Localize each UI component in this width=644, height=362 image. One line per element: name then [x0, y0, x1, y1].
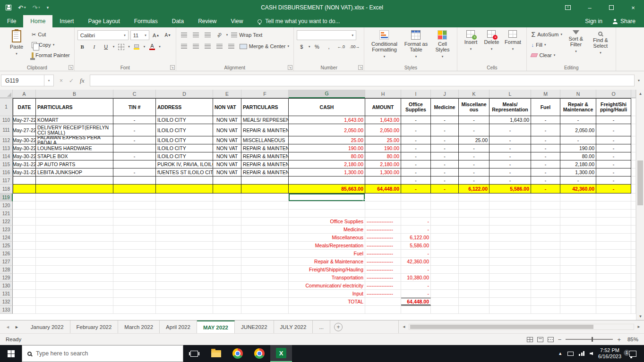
cell-B123[interactable] [36, 226, 113, 234]
delete-cells-button[interactable]: Delete▾ [481, 28, 502, 52]
cell-D129[interactable] [156, 274, 213, 282]
cell-I112[interactable]: - [401, 136, 431, 144]
cell-G129[interactable]: Transportation [289, 274, 365, 282]
cell-M110[interactable]: - [531, 116, 560, 124]
cell-L110[interactable]: 1,643.00 [489, 116, 531, 124]
cell-O127[interactable] [596, 258, 631, 266]
cell-L120[interactable] [489, 202, 531, 210]
scroll-down-button[interactable]: ▼ [636, 312, 644, 320]
conditional-formatting-button[interactable]: Conditional Formatting▾ [367, 28, 401, 59]
cell-I133[interactable] [401, 306, 431, 314]
cell-F115[interactable]: REPAIR & MAINTENAN [241, 160, 289, 168]
cell-C119[interactable] [113, 194, 156, 202]
cell-D1[interactable]: ADDRESS [156, 98, 213, 116]
cell-E123[interactable] [213, 226, 241, 234]
cell-K119[interactable] [459, 194, 489, 202]
cell-L114[interactable]: - [489, 152, 531, 160]
row-header-118[interactable]: 118 [0, 185, 13, 194]
page-layout-view-button[interactable] [537, 337, 543, 342]
cell-N118[interactable]: 42,360.00 [560, 185, 596, 194]
sheet-tab-june2022[interactable]: JUNE2022 [235, 320, 274, 333]
row-header-119[interactable]: 119 [0, 194, 13, 202]
cell-M132[interactable] [531, 298, 560, 306]
cell-B111[interactable]: DELIVERY RECEIPT(EFRELYN CCI SMALL) [36, 124, 113, 136]
cell-B126[interactable] [36, 250, 113, 258]
cell-O112[interactable]: - [596, 136, 631, 144]
cell-E127[interactable] [213, 258, 241, 266]
wrap-text-button[interactable]: Wrap Text [230, 30, 264, 40]
cell-E133[interactable] [213, 306, 241, 314]
cell-F118[interactable] [241, 185, 289, 194]
cell-J131[interactable] [431, 290, 459, 298]
cell-C1[interactable]: TIN # [113, 98, 156, 116]
cell-H1[interactable]: AMOUNT [365, 98, 401, 116]
cell-C111[interactable]: - [113, 124, 156, 136]
cell-M133[interactable] [531, 306, 560, 314]
cell-F127[interactable] [241, 258, 289, 266]
cell-F112[interactable]: MISCELLANEOUS [241, 136, 289, 144]
cell-A110[interactable]: May-27-22 [13, 116, 36, 124]
cell-E113[interactable]: NON VAT [213, 144, 241, 152]
cell-O120[interactable] [596, 202, 631, 210]
font-size-select[interactable]: 11▾ [130, 30, 149, 40]
cell-B122[interactable] [36, 218, 113, 226]
cell-F130[interactable] [241, 282, 289, 290]
save-button[interactable] [6, 5, 11, 10]
cell-E128[interactable] [213, 266, 241, 274]
cancel-formula-button[interactable]: × [60, 77, 63, 84]
autosum-button[interactable]: ΣAutoSum▾ [530, 30, 563, 39]
percent-style-button[interactable]: % [312, 42, 322, 51]
cell-B119[interactable] [36, 194, 113, 202]
comma-style-button[interactable]: , [324, 42, 334, 51]
cell-I119[interactable] [401, 194, 431, 202]
column-header-N[interactable]: N [560, 90, 596, 98]
cell-I115[interactable]: - [401, 160, 431, 168]
cell-F110[interactable]: MEALS/ REPRESENTAT [241, 116, 289, 124]
cell-E125[interactable] [213, 242, 241, 250]
cell-M126[interactable] [531, 250, 560, 258]
clear-button[interactable]: Clear▾ [530, 51, 563, 60]
cell-F131[interactable] [241, 290, 289, 298]
cell-G119[interactable] [289, 194, 365, 202]
alignment-dialog-launcher[interactable]: ↘ [288, 65, 292, 70]
cell-G111[interactable]: 2,050.00 [289, 124, 365, 136]
cell-F114[interactable]: REPAIR & MAINTENA [241, 152, 289, 160]
column-header-E[interactable]: E [213, 90, 241, 98]
cell-J118[interactable]: - [431, 185, 459, 194]
sheet-tab-january-2022[interactable]: January 2022 [25, 320, 70, 333]
sheet-nav-prev-button[interactable]: ◄ [6, 325, 10, 329]
increase-font-button[interactable]: A▲ [151, 31, 161, 40]
cell-F113[interactable]: REPAIR & MAINTENAN [241, 144, 289, 152]
ribbon-tab-review[interactable]: Review [191, 15, 223, 27]
cell-I132[interactable]: 64,448.00 [401, 298, 431, 306]
cell-K115[interactable]: - [459, 160, 489, 168]
cell-I122[interactable]: - [401, 218, 431, 226]
cell-B129[interactable] [36, 274, 113, 282]
cell-A123[interactable] [13, 226, 36, 234]
cell-N122[interactable] [560, 218, 596, 226]
cell-J115[interactable]: - [431, 160, 459, 168]
cell-E111[interactable]: NON VAT [213, 124, 241, 136]
cell-J113[interactable]: - [431, 144, 459, 152]
sheet-tab-april-2022[interactable]: April 2022 [160, 320, 197, 333]
decrease-indent-button[interactable] [215, 42, 224, 51]
cell-N129[interactable] [560, 274, 596, 282]
new-sheet-button[interactable]: + [334, 323, 343, 331]
cell-B130[interactable] [36, 282, 113, 290]
cell-J121[interactable] [431, 210, 459, 218]
cell-M131[interactable] [531, 290, 560, 298]
cell-I117[interactable]: - [401, 177, 431, 185]
sort-filter-button[interactable]: Sort & Filter▾ [564, 28, 588, 54]
row-header-124[interactable]: 124 [0, 234, 13, 242]
cell-H117[interactable] [365, 177, 401, 185]
cell-I128[interactable]: - [401, 266, 431, 274]
cell-B128[interactable] [36, 266, 113, 274]
paste-button[interactable]: Paste ▾ [3, 28, 30, 57]
close-button[interactable]: × [622, 0, 644, 15]
cell-N120[interactable] [560, 202, 596, 210]
cell-C121[interactable] [113, 210, 156, 218]
top-align-button[interactable] [179, 30, 189, 40]
cell-F129[interactable] [241, 274, 289, 282]
cell-H116[interactable]: 1,300.00 [365, 168, 401, 177]
cell-M119[interactable] [531, 194, 560, 202]
